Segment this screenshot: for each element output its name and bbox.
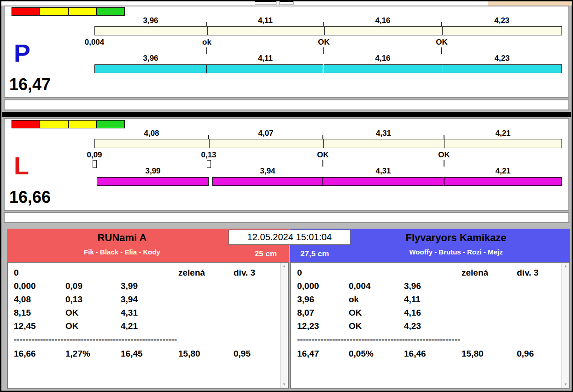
total-cell: 0,96 bbox=[517, 349, 534, 358]
status-tick bbox=[206, 47, 207, 54]
crossing-status-label: 0,09 bbox=[67, 151, 122, 159]
status-tick bbox=[444, 160, 444, 167]
scrollbar[interactable]: ▲ ▼ bbox=[561, 263, 569, 388]
ruler-tick bbox=[208, 135, 209, 139]
dog-time-label: 4,23 bbox=[474, 54, 530, 63]
result-cell: 0,000 bbox=[14, 282, 36, 291]
ruler-divider bbox=[323, 139, 324, 148]
lane-status-strip bbox=[4, 212, 569, 223]
result-cell: zelená bbox=[178, 268, 205, 277]
split-time-label: 4,21 bbox=[475, 129, 531, 138]
traffic-cell bbox=[69, 121, 97, 128]
scroll-up-icon[interactable]: ▲ bbox=[562, 264, 569, 269]
traffic-light bbox=[12, 120, 125, 128]
lane-panel-P: P 16,47 3,964,114,164,230,004okOKOK3,964… bbox=[4, 6, 569, 98]
dog-time-label: 3,94 bbox=[240, 167, 295, 175]
result-cell: 0 bbox=[14, 268, 19, 277]
scroll-down-icon[interactable]: ▼ bbox=[281, 382, 288, 387]
jump-height-label: 27,5 cm bbox=[300, 249, 329, 259]
lane-letter: P bbox=[14, 40, 30, 65]
split-time-label: 4,23 bbox=[474, 17, 530, 25]
dog-time-segment bbox=[323, 177, 444, 186]
lane-letter: L bbox=[14, 153, 29, 178]
ruler-tick bbox=[322, 135, 323, 139]
result-cell: 3,96 bbox=[297, 295, 314, 304]
result-cell: 0,004 bbox=[349, 282, 371, 291]
dog-time-segment bbox=[207, 64, 323, 73]
ruler-divider bbox=[444, 139, 445, 148]
result-cell: 0 bbox=[297, 268, 302, 277]
split-time-label: 3,96 bbox=[123, 17, 178, 25]
traffic-cell bbox=[12, 121, 40, 128]
traffic-cell bbox=[97, 121, 124, 128]
split-time-label: 4,07 bbox=[238, 129, 293, 138]
datetime-display: 12.05.2024 15:01:04 bbox=[228, 230, 351, 245]
window-fragment bbox=[280, 1, 293, 5]
result-list[interactable]: 0zelenádiv. 30,0000,0043,963,96ok4,118,0… bbox=[291, 263, 561, 388]
result-cell: OK bbox=[349, 322, 362, 331]
jump-height-label: 25 cm bbox=[255, 249, 277, 259]
team-dogs: Wooffy - Brutus - Rozi - Mejz bbox=[342, 248, 570, 256]
result-cell: 4,21 bbox=[121, 322, 138, 331]
traffic-cell bbox=[12, 8, 40, 15]
result-separator: ----------------------------------------… bbox=[14, 335, 177, 344]
ruler-tick bbox=[441, 22, 442, 26]
ruler-tick bbox=[206, 22, 207, 26]
total-cell: 16,46 bbox=[404, 349, 426, 358]
result-cell: 12,45 bbox=[14, 322, 36, 331]
scroll-up-icon[interactable]: ▲ bbox=[281, 264, 288, 269]
team-name: RUNami A bbox=[7, 232, 237, 244]
team-results-right: 0zelenádiv. 30,0000,0043,963,96ok4,118,0… bbox=[290, 262, 570, 389]
scroll-down-icon[interactable]: ▼ bbox=[562, 382, 569, 387]
result-cell: 8,15 bbox=[14, 308, 31, 317]
ruler-tick bbox=[323, 22, 324, 26]
ruler-divider bbox=[324, 27, 325, 35]
result-cell: 4,23 bbox=[404, 322, 421, 331]
background-window-edge bbox=[488, 1, 571, 6]
split-time-label: 4,31 bbox=[356, 129, 411, 138]
team-name: Flyvaryors Kamikaze bbox=[342, 232, 570, 244]
result-cell: 4,11 bbox=[404, 295, 421, 304]
result-cell: 12,23 bbox=[297, 322, 319, 331]
split-time-label: 4,16 bbox=[355, 17, 410, 25]
traffic-cell bbox=[97, 8, 124, 15]
split-ruler bbox=[94, 26, 562, 35]
result-cell: ok bbox=[349, 295, 359, 304]
dog-time-segment bbox=[444, 177, 562, 186]
team-text-block: RUNami A Fik - Black - Elia - Kody bbox=[7, 229, 237, 262]
penalty-box bbox=[207, 160, 211, 168]
crossing-status-label: OK bbox=[416, 151, 472, 159]
ruler-divider bbox=[209, 139, 210, 148]
result-cell: zelená bbox=[462, 268, 488, 277]
result-list[interactable]: 0zelenádiv. 30,0000,093,994,080,133,948,… bbox=[8, 263, 280, 388]
lane-panel-L: L 16,66 4,084,074,314,210,090,13OKOK3,99… bbox=[4, 118, 569, 211]
penalty-box bbox=[93, 160, 97, 168]
crossing-status-label: OK bbox=[295, 151, 351, 159]
result-cell: 3,99 bbox=[121, 282, 138, 291]
result-cell: 3,96 bbox=[404, 282, 421, 291]
crossing-status-label: OK bbox=[414, 38, 469, 46]
crossing-status-label: 0,13 bbox=[181, 151, 236, 159]
window-fragment bbox=[255, 1, 276, 5]
dog-time-label: 3,96 bbox=[123, 54, 178, 63]
team-results-left: 0zelenádiv. 30,0000,093,994,080,133,948,… bbox=[7, 262, 289, 389]
total-cell: 1,27% bbox=[65, 349, 90, 358]
team-dogs: Fik - Black - Elia - Kody bbox=[7, 248, 237, 256]
ruler-tick bbox=[444, 135, 444, 139]
result-separator: ----------------------------------------… bbox=[297, 335, 460, 344]
total-cell: 16,47 bbox=[297, 349, 319, 358]
result-cell: 0,09 bbox=[65, 282, 82, 291]
scrollbar[interactable]: ▲ ▼ bbox=[280, 263, 288, 388]
dog-time-segment bbox=[97, 177, 209, 186]
dog-time-label: 3,99 bbox=[125, 167, 181, 175]
result-cell: div. 3 bbox=[517, 268, 538, 277]
total-cell: 0,05% bbox=[349, 349, 374, 358]
crossing-status-label: ok bbox=[179, 38, 234, 46]
total-cell: 15,80 bbox=[178, 349, 200, 358]
dog-time-segment bbox=[212, 177, 323, 186]
split-time-label: 4,08 bbox=[124, 129, 179, 138]
result-cell: 4,31 bbox=[121, 308, 138, 317]
total-cell: 15,80 bbox=[462, 349, 484, 358]
result-cell: OK bbox=[349, 308, 362, 317]
result-cell: div. 3 bbox=[234, 268, 255, 277]
